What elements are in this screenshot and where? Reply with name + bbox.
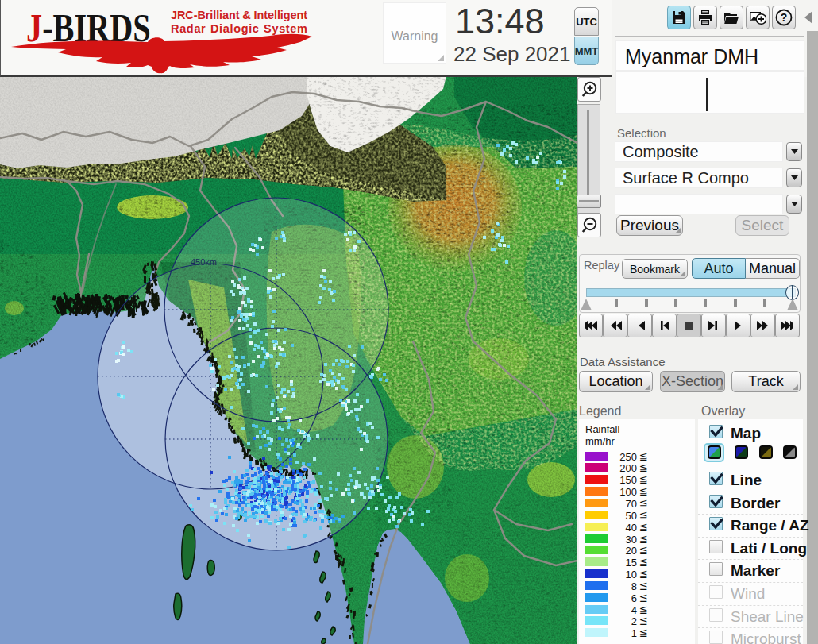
svg-text:JRC-Brilliant & Intelligent: JRC-Brilliant & Intelligent <box>171 9 307 21</box>
svg-text:Radar Dialogic System: Radar Dialogic System <box>171 22 307 35</box>
svg-text:450km: 450km <box>191 257 217 267</box>
svg-text:?: ? <box>781 11 788 24</box>
